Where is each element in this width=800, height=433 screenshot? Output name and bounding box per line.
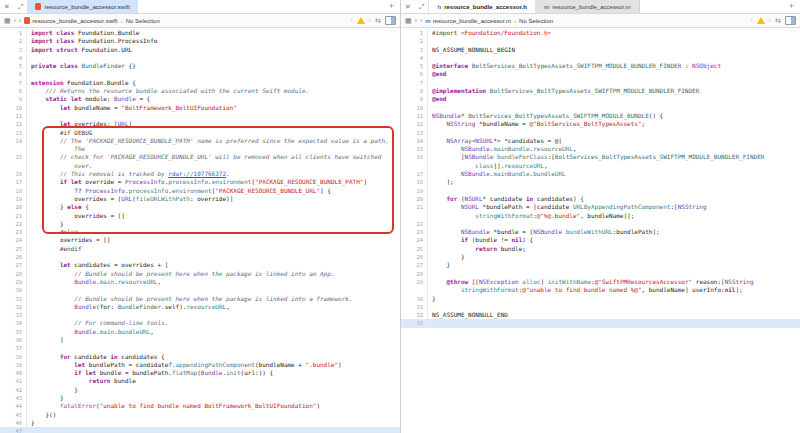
line-number[interactable]: 1: [0, 29, 27, 37]
code-line[interactable]: 1import class Foundation.Bundle: [0, 29, 400, 37]
line-number[interactable]: 11: [401, 112, 428, 120]
line-number[interactable]: 26: [401, 253, 428, 261]
go-back-icon[interactable]: ‹: [14, 17, 16, 24]
code-line[interactable]: over.: [0, 162, 400, 170]
related-items-icon[interactable]: ▦: [4, 14, 11, 27]
line-number[interactable]: 43: [0, 394, 27, 402]
code-line[interactable]: 18?? ProcessInfo.processInfo.environment…: [0, 187, 400, 195]
line-number[interactable]: 4: [401, 54, 428, 62]
line-number[interactable]: 33: [401, 319, 428, 327]
line-number[interactable]: 9: [401, 95, 428, 103]
breadcrumb-file[interactable]: resource_bundle_accessor.swift: [24, 17, 117, 24]
line-number[interactable]: 25: [0, 245, 27, 253]
related-items-icon[interactable]: ▦: [405, 14, 412, 27]
code-line[interactable]: 10: [401, 104, 800, 112]
code-line[interactable]: 28: [401, 270, 800, 278]
add-editor-icon[interactable]: [385, 16, 396, 25]
counterpart-arrows-icon[interactable]: ⇆: [775, 17, 781, 25]
line-number[interactable]: 6: [0, 70, 27, 78]
line-number[interactable]: 37: [0, 344, 27, 352]
code-line[interactable]: 27}: [401, 261, 800, 269]
close-editor-icon[interactable]: ✕: [0, 0, 14, 13]
line-number[interactable]: [0, 162, 27, 170]
previous-issue-icon[interactable]: ‹: [350, 17, 352, 24]
line-number[interactable]: 44: [0, 402, 27, 410]
previous-issue-icon[interactable]: ‹: [750, 17, 752, 24]
line-number[interactable]: 31: [401, 303, 428, 311]
line-number[interactable]: 14: [0, 137, 27, 145]
code-line[interactable]: 11NSBundle* BoltServices_BoltTypesAssets…: [401, 112, 800, 120]
line-number[interactable]: 8: [0, 87, 27, 95]
line-number[interactable]: 14: [401, 137, 428, 145]
code-line[interactable]: 43}: [0, 394, 400, 402]
line-number[interactable]: 25: [401, 245, 428, 253]
go-forward-icon[interactable]: ›: [19, 17, 21, 24]
code-line[interactable]: 5@interface BoltServices_BoltTypesAssets…: [401, 62, 800, 70]
code-line[interactable]: 3NS_ASSUME_NONNULL_BEGIN: [401, 46, 800, 54]
code-line[interactable]: 12NSString *bundleName = @"BoltServices_…: [401, 120, 800, 128]
line-number[interactable]: 16: [401, 153, 428, 161]
expand-editor-icon[interactable]: ⤢: [415, 0, 429, 13]
line-number[interactable]: [401, 286, 428, 294]
line-number[interactable]: 33: [0, 311, 27, 319]
line-number[interactable]: 11: [0, 112, 27, 120]
code-line[interactable]: 5private class BundleFinder {}: [0, 62, 400, 70]
go-forward-icon[interactable]: ›: [420, 17, 422, 24]
new-tab-icon[interactable]: +: [783, 0, 800, 13]
code-line[interactable]: 34// For command-line tools.: [0, 319, 400, 327]
code-line[interactable]: 14NSArray<NSURL*> *candidates = @[: [401, 137, 800, 145]
code-editor-objc[interactable]: 1#import <Foundation/Foundation.h>23NS_A…: [401, 28, 800, 433]
line-number[interactable]: 27: [401, 261, 428, 269]
line-number[interactable]: 21: [401, 203, 428, 211]
tab-resource-bundle-accessor-m[interactable]: m resource_bundle_accessor.m: [536, 0, 640, 13]
code-line[interactable]: 21NSURL *bundlePath = [candidate URLByAp…: [401, 203, 800, 211]
line-number[interactable]: 23: [0, 228, 27, 236]
code-line[interactable]: 7: [401, 79, 800, 87]
code-line[interactable]: 3import struct Foundation.URL: [0, 46, 400, 54]
code-line[interactable]: 7extension Foundation.Bundle {: [0, 79, 400, 87]
line-number[interactable]: 2: [0, 37, 27, 45]
line-number[interactable]: 32: [0, 303, 27, 311]
line-number[interactable]: 13: [0, 129, 27, 137]
next-issue-icon[interactable]: ›: [769, 17, 771, 24]
line-number[interactable]: 15: [401, 145, 428, 153]
code-line[interactable]: 2: [401, 37, 800, 45]
code-line[interactable]: 40if let bundle = bundlePath.flatMap(Bun…: [0, 369, 400, 377]
line-number[interactable]: 16: [0, 170, 27, 178]
go-back-icon[interactable]: ‹: [415, 17, 417, 24]
warning-icon[interactable]: [357, 17, 365, 24]
code-line[interactable]: 31: [401, 303, 800, 311]
warning-icon[interactable]: [757, 17, 765, 24]
line-number[interactable]: 13: [401, 129, 428, 137]
code-line[interactable]: 37: [0, 344, 400, 352]
code-line[interactable]: 21overrides = []: [0, 212, 400, 220]
code-line[interactable]: 4: [0, 54, 400, 62]
code-line[interactable]: 12let overrides: [URL]: [0, 120, 400, 128]
code-line[interactable]: 2import class Foundation.ProcessInfo: [0, 37, 400, 45]
code-line[interactable]: 36]: [0, 336, 400, 344]
line-number[interactable]: 5: [401, 62, 428, 70]
line-number[interactable]: 36: [0, 336, 27, 344]
code-line[interactable]: 27let candidates = overrides + [: [0, 261, 400, 269]
code-line[interactable]: 6@end: [401, 70, 800, 78]
code-line[interactable]: 10let bundleName = "BoltFramework_BoltUI…: [0, 104, 400, 112]
line-number[interactable]: 24: [0, 236, 27, 244]
line-number[interactable]: 38: [0, 353, 27, 361]
line-number[interactable]: 10: [0, 104, 27, 112]
line-number[interactable]: 40: [0, 369, 27, 377]
code-line[interactable]: 39let bundlePath = candidate?.appendingP…: [0, 361, 400, 369]
line-number[interactable]: 7: [401, 79, 428, 87]
line-number[interactable]: [0, 145, 27, 153]
code-line[interactable]: 15// check for 'PACKAGE_RESOURCE_BUNDLE_…: [0, 153, 400, 161]
line-number[interactable]: 4: [0, 54, 27, 62]
line-number[interactable]: 15: [0, 153, 27, 161]
code-line[interactable]: 26: [0, 253, 400, 261]
code-line[interactable]: 44fatalError("unable to find bundle name…: [0, 402, 400, 410]
line-number[interactable]: 10: [401, 104, 428, 112]
code-line[interactable]: 25return bundle;: [401, 245, 800, 253]
line-number[interactable]: 2: [401, 37, 428, 45]
code-line[interactable]: 24if (bundle != nil) {: [401, 236, 800, 244]
code-line[interactable]: 18];: [401, 178, 800, 186]
code-line[interactable]: 31// Bundle should be present here when …: [0, 295, 400, 303]
code-line[interactable]: 22}: [0, 220, 400, 228]
